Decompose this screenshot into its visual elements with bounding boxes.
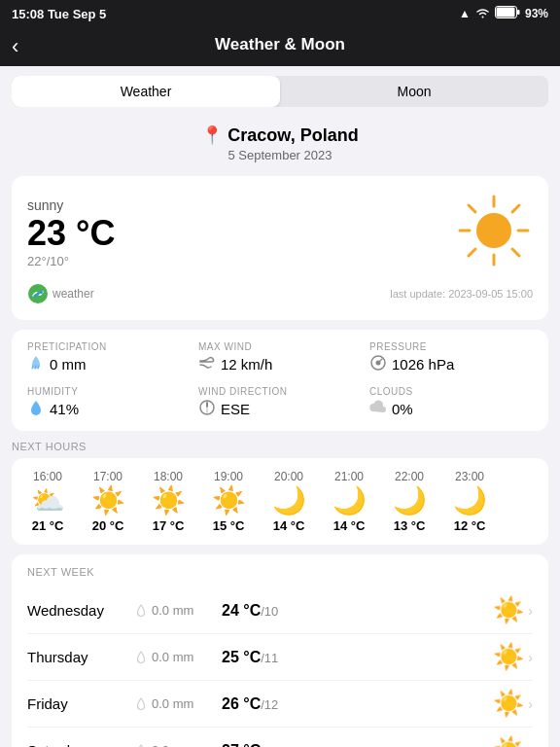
battery-percent: 93% xyxy=(525,7,548,20)
location-date: 5 September 2023 xyxy=(16,148,544,162)
pressure-icon xyxy=(369,354,387,374)
stat-humidity: HUMIDITY 41% xyxy=(27,386,191,419)
signal-icon: ▲ xyxy=(459,7,471,20)
wind-direction-value: ESE xyxy=(221,401,250,417)
weather-condition: sunny xyxy=(27,197,115,213)
stat-pressure: PRESSURE 1026 hPa xyxy=(369,341,533,374)
clouds-icon xyxy=(369,399,387,419)
hour-item: 17:00 ☀️ 20 °C xyxy=(80,470,136,533)
week-weather-icon: ☀️ xyxy=(493,595,524,625)
precipitation-icon xyxy=(27,354,45,374)
week-precip: 0.0 mm xyxy=(134,603,222,618)
svg-line-8 xyxy=(512,249,519,256)
hour-item: 18:00 ☀️ 17 °C xyxy=(140,470,196,533)
stat-wind: MAX WIND 12 km/h xyxy=(198,341,362,374)
current-weather-info: sunny 23 °C 22°/10° xyxy=(27,197,115,268)
svg-rect-2 xyxy=(517,10,520,15)
hour-weather-icon: ☀️ xyxy=(212,487,246,515)
hour-temp: 14 °C xyxy=(333,518,366,533)
location-name: 📍 Cracow, Poland xyxy=(16,124,544,146)
weather-brand-row: weather last update: 2023-09-05 15:00 xyxy=(27,283,533,304)
hour-temp: 13 °C xyxy=(394,518,426,533)
wind-icon xyxy=(198,354,216,374)
week-icon-row: ☀️ › xyxy=(493,595,533,625)
hour-temp: 20 °C xyxy=(92,518,124,533)
hour-time: 17:00 xyxy=(93,470,122,483)
hour-temp: 21 °C xyxy=(32,518,64,533)
weekly-header: NEXT WEEK xyxy=(27,566,533,578)
week-temp: 26 °C/12 xyxy=(222,695,493,713)
chevron-right-icon: › xyxy=(528,650,533,665)
svg-point-12 xyxy=(480,217,508,244)
status-icons: ▲ 93% xyxy=(459,6,548,21)
humidity-icon xyxy=(27,399,45,419)
weekly-block: NEXT WEEK Wednesday 0.0 mm 24 °C/10 ☀️ ›… xyxy=(12,554,548,747)
hour-weather-icon: 🌙 xyxy=(453,487,487,515)
current-weather-card: sunny 23 °C 22°/10° xyxy=(12,176,548,320)
week-precip: 0.0 mm xyxy=(134,650,222,664)
week-weather-icon: ☀️ xyxy=(493,689,524,719)
week-precip: 0.0 mm xyxy=(134,696,222,711)
week-precip: 0.0 mm xyxy=(134,743,222,747)
status-bar: 15:08 Tue Sep 5 ▲ 93% xyxy=(0,0,560,27)
stat-precipitation: PRETICIPATION 0 mm xyxy=(27,341,191,374)
stat-wind-dir: WIND DIRECTION ESE xyxy=(198,386,362,419)
svg-line-9 xyxy=(512,205,519,212)
hour-time: 20:00 xyxy=(274,470,303,483)
hour-time: 23:00 xyxy=(455,470,484,483)
hour-item: 23:00 🌙 12 °C xyxy=(441,470,498,533)
hour-item: 16:00 ⛅ 21 °C xyxy=(19,470,76,533)
week-row[interactable]: Saturday 0.0 mm 27 °C/13 ☀️ › xyxy=(27,728,533,747)
hour-time: 22:00 xyxy=(395,470,424,483)
svg-point-14 xyxy=(34,295,37,298)
brand-text: weather xyxy=(52,287,94,301)
svg-rect-1 xyxy=(496,8,514,18)
week-day: Saturday xyxy=(27,742,134,747)
week-icon-row: ☀️ › xyxy=(493,689,533,719)
hour-item: 22:00 🌙 13 °C xyxy=(381,470,438,533)
current-temp: 23 °C xyxy=(27,213,115,254)
wind-direction-icon xyxy=(198,399,216,419)
next-hours-label: NEXT HOURS xyxy=(12,441,548,452)
week-temp: 25 °C/11 xyxy=(222,649,493,666)
week-temp: 24 °C/10 xyxy=(222,602,493,620)
week-row[interactable]: Thursday 0.0 mm 25 °C/11 ☀️ › xyxy=(27,634,533,681)
location-block: 📍 Cracow, Poland 5 September 2023 xyxy=(0,117,560,166)
week-temp: 27 °C/13 xyxy=(222,742,493,748)
hour-weather-icon: 🌙 xyxy=(332,487,367,515)
chevron-right-icon: › xyxy=(528,603,533,619)
back-button[interactable]: ‹ xyxy=(12,34,18,59)
precipitation-value: 0 mm xyxy=(50,356,87,373)
stat-clouds: CLOUDS 0% xyxy=(369,386,533,419)
pressure-value: 1026 hPa xyxy=(392,356,454,373)
wind-value: 12 km/h xyxy=(221,356,272,373)
hour-item: 20:00 🌙 14 °C xyxy=(261,470,317,533)
hour-weather-icon: 🌙 xyxy=(272,487,306,515)
hour-weather-icon: ☀️ xyxy=(152,487,186,515)
hour-time: 21:00 xyxy=(334,470,364,483)
hour-temp: 12 °C xyxy=(454,518,486,533)
tab-moon[interactable]: Moon xyxy=(280,76,548,107)
week-row[interactable]: Friday 0.0 mm 26 °C/12 ☀️ › xyxy=(27,681,533,728)
temp-range: 22°/10° xyxy=(27,254,115,268)
week-weather-icon: ☀️ xyxy=(493,642,524,672)
hour-weather-icon: ☀️ xyxy=(91,487,125,515)
svg-line-10 xyxy=(469,249,475,256)
week-day: Friday xyxy=(27,695,134,712)
clouds-value: 0% xyxy=(392,401,413,417)
week-row[interactable]: Wednesday 0.0 mm 24 °C/10 ☀️ › xyxy=(27,587,533,634)
svg-point-16 xyxy=(40,291,43,294)
hour-weather-icon: ⛅ xyxy=(31,487,65,515)
chevron-right-icon: › xyxy=(528,696,533,712)
brand-logo: weather xyxy=(27,283,94,304)
week-icon-row: ☀️ › xyxy=(493,735,533,747)
week-day: Wednesday xyxy=(27,602,134,619)
app-header: ‹ Weather & Moon xyxy=(0,27,560,66)
hourly-scroll[interactable]: 16:00 ⛅ 21 °C 17:00 ☀️ 20 °C 18:00 ☀️ 17… xyxy=(12,458,548,545)
hour-temp: 17 °C xyxy=(153,518,185,533)
battery-icon xyxy=(495,6,520,21)
hour-item: 19:00 ☀️ 15 °C xyxy=(200,470,257,533)
header-title: Weather & Moon xyxy=(215,35,345,53)
sun-weather-icon xyxy=(455,192,533,273)
tab-weather[interactable]: Weather xyxy=(12,76,280,107)
